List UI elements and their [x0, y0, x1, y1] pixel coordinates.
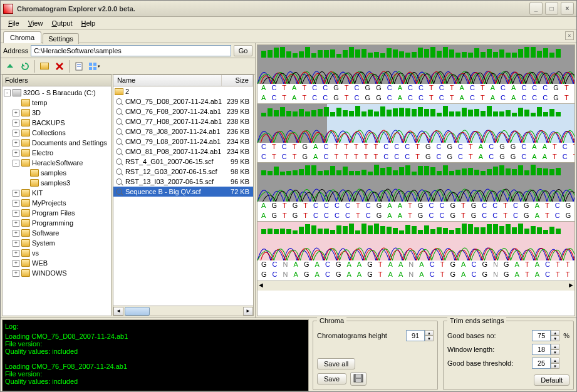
file-row[interactable]: RST_12_G03_2007-06-15.scf98 KB — [113, 167, 253, 177]
tree-toggle-icon[interactable]: + — [13, 190, 19, 197]
chroma-track-4[interactable]: G C N A G A C G A A G T A A N A C T G A … — [257, 222, 574, 281]
tree-toggle-icon[interactable]: + — [13, 230, 19, 237]
view-mode-icon[interactable]: ▾ — [87, 59, 101, 73]
maximize-button[interactable]: □ — [545, 2, 558, 15]
threshold-input[interactable] — [532, 358, 551, 369]
menu-file[interactable]: File — [4, 18, 23, 28]
log-panel: Log: Loading CMO_75_D08_2007-11-24.ab1Fi… — [2, 319, 309, 391]
chroma-track-3[interactable]: A G T G T C C C C T C G A A T G C C G T … — [257, 163, 574, 222]
go-button[interactable]: Go — [234, 45, 252, 56]
file-row[interactable]: RST_13_I03_2007-06-15.scf96 KB — [113, 177, 253, 187]
menu-view[interactable]: View — [24, 18, 47, 28]
tree-item[interactable]: +BACKUPS — [4, 118, 110, 128]
tree-toggle-icon[interactable]: + — [13, 150, 19, 157]
column-name[interactable]: Name — [113, 75, 222, 86]
save-all-button[interactable]: Save all — [317, 358, 355, 369]
menu-help[interactable]: Help — [77, 18, 99, 28]
tree-toggle-icon[interactable]: + — [13, 110, 19, 116]
save-button[interactable]: Save — [317, 373, 346, 384]
save-disk-icon[interactable] — [350, 372, 366, 386]
good-bases-spinner[interactable]: ▲▼ — [532, 330, 559, 341]
tree-toggle-icon[interactable]: + — [13, 200, 19, 207]
tab-close-icon[interactable]: × — [565, 31, 574, 40]
column-size[interactable]: Size — [222, 75, 253, 86]
log-line: Loading CMO_76_F08_2007-11-24.ab1 — [5, 363, 306, 370]
tree-toggle-icon[interactable]: + — [13, 130, 19, 137]
tree-item[interactable]: +WEB — [4, 258, 110, 268]
tree-item[interactable]: -HeracleSoftware — [4, 158, 110, 168]
tree-item[interactable]: +WINDOWS — [4, 268, 110, 278]
spin-down-icon[interactable]: ▼ — [425, 336, 434, 341]
tree-toggle-icon[interactable]: + — [13, 250, 19, 257]
address-input[interactable] — [31, 45, 231, 56]
tree-item[interactable]: +Program Files — [4, 208, 110, 218]
properties-icon[interactable] — [72, 59, 86, 73]
tree-root[interactable]: - 320G - S Baracuda (C:) — [4, 88, 110, 98]
tree-toggle-icon[interactable]: + — [13, 240, 19, 247]
titlebar: Chromatogram Explorer v2.0.0 beta. _ □ × — [1, 1, 576, 17]
tree-item[interactable]: +Documents and Settings — [4, 138, 110, 148]
folder-tree[interactable]: - 320G - S Baracuda (C:) temp+3D+BACKUPS… — [3, 86, 111, 316]
tab-settings[interactable]: Settings — [43, 33, 79, 44]
tree-item[interactable]: temp — [4, 98, 110, 108]
tree-toggle-icon[interactable]: - — [4, 90, 11, 96]
tree-toggle-icon[interactable]: + — [13, 220, 19, 227]
tree-toggle-icon[interactable]: + — [13, 260, 19, 267]
scroll-left-icon[interactable]: ◄ — [113, 307, 123, 316]
scroll-right-icon[interactable]: ► — [243, 307, 253, 316]
file-row[interactable]: CMO_81_P08_2007-11-24.ab1234 KB — [113, 147, 253, 157]
file-row[interactable]: Sequence B - Big QV.scf72 KB — [113, 187, 253, 197]
file-row[interactable]: RST_4_G01_2007-06-15.scf99 KB — [113, 157, 253, 167]
threshold-spinner[interactable]: ▲▼ — [532, 358, 559, 369]
scroll-thumb[interactable] — [125, 307, 150, 316]
tree-toggle-icon[interactable]: + — [13, 270, 19, 277]
chroma-scroll-left-icon[interactable]: ◄ — [257, 281, 264, 291]
window-length-input[interactable] — [532, 344, 551, 355]
chroma-height-input[interactable] — [406, 330, 425, 341]
folder-icon — [30, 179, 39, 187]
chroma-height-spinner[interactable]: ▲▼ — [406, 330, 434, 341]
log-line: Quality values: included — [5, 348, 306, 355]
tree-item[interactable]: +Collections — [4, 128, 110, 138]
file-row[interactable]: CMO_77_H08_2007-11-24.ab1238 KB — [113, 116, 253, 126]
file-row[interactable]: CMO_75_D08_2007-11-24.ab1239 KB — [113, 96, 253, 106]
default-button[interactable]: Default — [534, 374, 569, 386]
trim-group-title: Trim ends setings — [447, 317, 506, 324]
file-row[interactable]: CMO_79_L08_2007-11-24.ab1234 KB — [113, 137, 253, 147]
tree-item[interactable]: +Electro — [4, 148, 110, 158]
chroma-track-1[interactable]: A C T A T C C G T C G G C A C C T C T A … — [257, 45, 574, 104]
refresh-icon[interactable] — [18, 59, 32, 73]
tree-item[interactable]: samples3 — [4, 178, 110, 188]
tree-item[interactable]: +3D — [4, 108, 110, 118]
tree-item[interactable]: +MyProjects — [4, 198, 110, 208]
nav-up-icon[interactable] — [3, 59, 17, 73]
close-button[interactable]: × — [561, 2, 574, 15]
spin-up-icon[interactable]: ▲ — [425, 330, 434, 336]
tree-item[interactable]: +Software — [4, 228, 110, 238]
tree-item[interactable]: +System — [4, 238, 110, 248]
tree-toggle-icon[interactable]: - — [13, 160, 19, 167]
tree-toggle-icon[interactable]: + — [13, 120, 19, 126]
minimize-button[interactable]: _ — [529, 2, 543, 15]
file-row[interactable]: CMO_76_F08_2007-11-24.ab1239 KB — [113, 106, 253, 116]
tree-item[interactable]: +Programming — [4, 218, 110, 228]
tree-item[interactable]: samples — [4, 168, 110, 178]
tree-item[interactable]: +vs — [4, 248, 110, 258]
good-bases-input[interactable] — [532, 330, 551, 341]
delete-icon[interactable] — [53, 59, 66, 73]
tree-toggle-icon[interactable]: + — [13, 140, 19, 147]
log-line: Quality values: included — [5, 378, 306, 385]
parent-folder-row[interactable]: 2 — [113, 86, 253, 96]
tree-toggle-icon[interactable]: + — [13, 210, 19, 217]
file-row[interactable]: CMO_78_J08_2007-11-24.ab1236 KB — [113, 126, 253, 137]
tab-chroma[interactable]: Chroma — [3, 31, 41, 43]
chroma-scroll-right-icon[interactable]: ► — [568, 281, 574, 291]
menu-output[interactable]: Output — [48, 18, 76, 28]
tree-item[interactable]: +KIT — [4, 188, 110, 198]
chroma-scrollbar[interactable]: ◄ ► — [257, 281, 574, 291]
chroma-track-2[interactable]: C T C T G A C T T T T T C C C T G C G C … — [257, 104, 574, 163]
chromatogram-area[interactable]: A C T A T C C G T C G G C A C C T C T A … — [257, 44, 575, 316]
open-icon[interactable] — [38, 59, 51, 73]
file-list-scrollbar[interactable]: ◄ ► — [113, 306, 253, 316]
window-length-spinner[interactable]: ▲▼ — [532, 344, 559, 355]
